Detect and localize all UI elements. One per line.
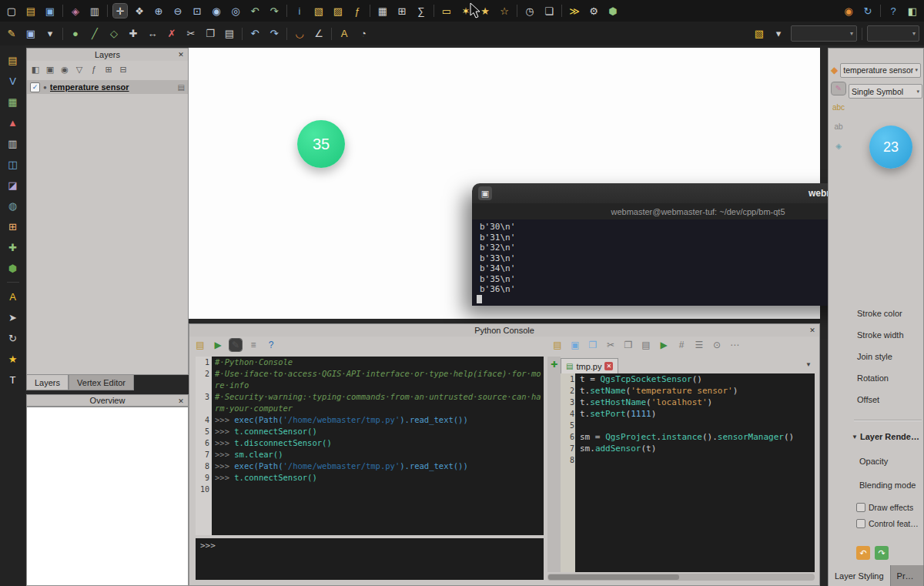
expand-all-icon[interactable]: ⊞ [103, 64, 114, 75]
new-editor-tab-icon[interactable]: ✚ [551, 360, 557, 572]
symbology-icon[interactable]: ✎ [832, 82, 845, 95]
zoom-to-selection-icon[interactable]: ◉ [209, 4, 223, 18]
layer-visibility-checkbox[interactable]: ✓ [30, 82, 40, 92]
layout-manager-icon[interactable]: ▥ [88, 4, 102, 18]
processing-toolbox-icon[interactable]: ⚙ [587, 4, 601, 18]
draw-effects-checkbox[interactable] [856, 503, 865, 512]
identify-features-icon[interactable]: i [293, 4, 306, 18]
add-mesh-layer-icon[interactable]: ▲ [6, 116, 20, 129]
tab-close-icon[interactable]: ✕ [604, 362, 613, 370]
add-postgis-layer-icon[interactable]: ◫ [6, 157, 20, 171]
tab-vertex-editor[interactable]: Vertex Editor [69, 375, 134, 390]
pan-map-icon[interactable]: ✛ [113, 4, 127, 18]
layer-labeling-icon[interactable]: A [337, 27, 351, 41]
zoom-next-icon[interactable]: ↷ [267, 4, 281, 18]
style-undo-button[interactable]: ↶ [856, 546, 870, 560]
new-geopackage-layer-icon[interactable]: ⬢ [6, 261, 20, 275]
open-attribute-table-icon[interactable]: ▦ [376, 4, 390, 18]
layer-row-temperature-sensor[interactable]: ✓ ● temperature sensor ▤ [27, 80, 188, 94]
units-combo[interactable]: ▾ [867, 25, 919, 42]
temporal-controller-icon[interactable]: ◷ [523, 4, 537, 18]
font-size-combo[interactable]: ▾ [791, 25, 857, 42]
text-format-dropdown-icon[interactable]: ▾ [772, 27, 785, 41]
select-features-icon[interactable]: ▧ [312, 4, 326, 18]
add-spatialite-layer-icon[interactable]: ◪ [6, 178, 20, 192]
layer-labeling-options-icon[interactable]: A [6, 290, 20, 303]
close-icon[interactable]: ✕ [176, 50, 186, 59]
vertex-tool-icon[interactable]: ✚ [126, 27, 140, 41]
add-polygon-feature-icon[interactable]: ◇ [107, 27, 121, 41]
show-bookmarks-icon[interactable]: ☆ [497, 4, 511, 18]
map-tips-icon[interactable]: ✶ [459, 4, 473, 18]
new-spatial-bookmark-icon[interactable]: ★ [478, 4, 492, 18]
new-map-view-icon[interactable]: ❏ [542, 4, 556, 18]
manage-map-themes-icon[interactable]: ◉ [59, 64, 70, 75]
show-editor-icon[interactable]: ✎ [229, 339, 242, 351]
data-source-manager-icon[interactable]: ▤ [6, 53, 20, 67]
style-manager-icon[interactable]: ◈ [69, 4, 82, 18]
add-point-feature-icon[interactable]: ● [69, 27, 82, 41]
paste-text-icon[interactable]: ▤ [640, 339, 652, 351]
editor-tab-list-icon[interactable]: ▼ [805, 361, 812, 368]
advanced-digitizing-icon[interactable]: ∠ [312, 27, 326, 41]
console-options-icon[interactable]: ≡ [247, 339, 259, 351]
add-delimited-text-icon[interactable]: ▥ [6, 136, 20, 150]
python-console-icon[interactable]: ≫ [567, 4, 581, 18]
tab-tmp-py[interactable]: ▤ tmp.py ✕ [561, 358, 618, 373]
view-3d-icon[interactable]: ◈ [832, 140, 845, 152]
add-vector-layer-icon[interactable]: V [6, 74, 20, 88]
filter-legend-icon[interactable]: ▽ [74, 64, 85, 75]
layer-diagram-icon[interactable]: ◔ [357, 27, 370, 41]
run-command-icon[interactable]: ▶ [212, 339, 224, 351]
user-profile-icon[interactable]: ◉ [842, 4, 855, 18]
save-project-icon[interactable]: ▣ [43, 4, 57, 18]
refresh-sync-icon[interactable]: ↻ [861, 4, 875, 18]
news-feed-icon[interactable]: ◧ [906, 4, 919, 18]
open-layer-styling-icon[interactable]: ◧ [30, 64, 41, 75]
style-redo-button[interactable]: ↷ [875, 546, 889, 560]
statistical-summary-icon[interactable]: ∑ [414, 4, 428, 18]
masks-icon[interactable]: ab [832, 121, 845, 133]
zoom-in-icon[interactable]: ⊕ [152, 4, 166, 18]
copy-features-icon[interactable]: ❐ [203, 27, 217, 41]
python-console-input[interactable]: >>> [196, 538, 544, 580]
open-script-icon[interactable]: ▤ [551, 339, 564, 351]
find-text-icon[interactable]: ⊙ [711, 339, 723, 351]
field-calculator-icon[interactable]: ⊞ [395, 4, 409, 18]
code-editor-tmp-py[interactable]: 1t = QgsTcpSocketSensor()2t.setName('tem… [561, 373, 815, 572]
add-raster-layer-icon[interactable]: ▦ [6, 95, 20, 109]
add-line-feature-icon[interactable]: ╱ [88, 27, 102, 41]
zoom-last-icon[interactable]: ↶ [248, 4, 262, 18]
text-annotation-icon[interactable]: T [6, 373, 20, 387]
new-shapefile-layer-icon[interactable]: ✚ [6, 240, 20, 254]
terminal-app-icon[interactable]: ▣ [478, 186, 492, 200]
paste-features-icon[interactable]: ▤ [223, 27, 236, 41]
copy-text-icon[interactable]: ❐ [622, 339, 634, 351]
tab-layers[interactable]: Layers [26, 375, 69, 390]
layer-indicator-icon[interactable]: ▤ [178, 83, 185, 92]
move-label-icon[interactable]: ➤ [6, 310, 20, 324]
add-xyz-layer-icon[interactable]: ⊞ [6, 219, 20, 233]
redo-icon[interactable]: ↷ [267, 27, 281, 41]
labels-icon[interactable]: abc [832, 102, 845, 114]
object-inspector-icon[interactable]: ☰ [693, 339, 705, 351]
tab-processing[interactable]: Processing [891, 565, 924, 586]
undo-icon[interactable]: ↶ [248, 27, 262, 41]
deselect-features-icon[interactable]: ▨ [331, 4, 345, 18]
label-highlight-icon[interactable]: ▧ [752, 27, 766, 41]
editor-options-icon[interactable]: ⋯ [728, 339, 741, 351]
cut-text-icon[interactable]: ✂ [604, 339, 617, 351]
snapping-options-icon[interactable]: ◡ [293, 27, 306, 41]
pan-to-selection-icon[interactable]: ❖ [132, 4, 146, 18]
close-icon[interactable]: ✕ [176, 397, 186, 406]
save-layer-edits-icon[interactable]: ▣ [24, 27, 38, 41]
save-script-as-icon[interactable]: ❐ [587, 339, 599, 351]
collapse-all-icon[interactable]: ⊟ [118, 64, 129, 75]
styling-layer-combo[interactable]: temperature sensor ▾ [840, 63, 921, 78]
open-project-icon[interactable]: ▤ [24, 4, 38, 18]
favorites-icon[interactable]: ★ [6, 352, 20, 366]
measure-line-icon[interactable]: ▭ [440, 4, 454, 18]
add-group-icon[interactable]: ▣ [45, 64, 55, 75]
control-order-checkbox[interactable] [856, 519, 865, 528]
close-icon[interactable]: ✕ [808, 326, 817, 335]
